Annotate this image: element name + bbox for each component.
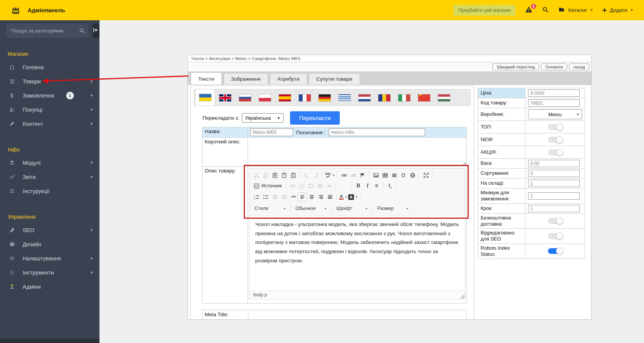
language-tab-es[interactable] — [275, 90, 295, 106]
language-tab-ua[interactable] — [195, 89, 215, 106]
property-label: Крок: — [478, 203, 525, 213]
unlink-icon — [349, 171, 358, 179]
toggle-switch[interactable] — [548, 218, 562, 224]
language-tab-de[interactable] — [315, 90, 334, 106]
sidebar-item-orders[interactable]: $Замовлення1▼ — [0, 88, 99, 102]
language-tab-fr[interactable] — [295, 90, 315, 106]
meta-title-input[interactable] — [248, 310, 467, 320]
translate-button[interactable]: Перекласти — [290, 111, 340, 125]
sidebar-item-customers[interactable]: Покупці▼ — [0, 102, 99, 117]
category-search[interactable] — [6, 24, 89, 38]
property-input[interactable] — [528, 99, 580, 107]
sidebar-item-seo[interactable]: SEO▼ — [0, 223, 99, 237]
editor-dropdown-стили[interactable]: Стили▼ — [252, 204, 289, 213]
sidebar-item-design[interactable]: Дизайн — [0, 237, 99, 251]
tab-active[interactable]: Тексти — [191, 72, 222, 85]
omega-icon[interactable]: Ω — [399, 171, 408, 179]
text-color-icon[interactable]: A▼ — [339, 193, 348, 201]
paste-icon[interactable] — [270, 171, 279, 179]
sidebar-item-instructions[interactable]: Інстурукції — [0, 184, 99, 198]
toggle-switch[interactable] — [548, 150, 562, 155]
property-input[interactable] — [528, 205, 580, 212]
action-button[interactable]: Оновити — [541, 63, 567, 70]
bg-color-icon[interactable]: A▼ — [348, 193, 358, 201]
product-link-input[interactable] — [329, 128, 425, 136]
language-tab-ru[interactable] — [235, 90, 255, 106]
tab-item[interactable]: Атрибути — [270, 73, 307, 85]
sidebar-item-tools[interactable]: Інструменти▼ — [0, 265, 99, 280]
property-input[interactable] — [528, 180, 580, 187]
language-tab-gr[interactable] — [334, 90, 354, 106]
action-button[interactable]: Швидкий перегляд — [492, 63, 539, 70]
align-center-icon[interactable] — [307, 193, 316, 201]
hr-icon[interactable] — [390, 171, 399, 179]
buy-store-button[interactable]: Придбайте цей магазин — [453, 5, 515, 16]
numbered-list-icon[interactable]: 12 — [252, 193, 261, 201]
editor-dropdown-размер[interactable]: Размер▼ — [375, 204, 411, 213]
property-input[interactable] — [528, 170, 580, 177]
sidebar-collapse-button[interactable] — [93, 23, 99, 38]
language-tab-hu[interactable] — [434, 90, 454, 106]
dropdown-label: Стили — [254, 206, 268, 211]
sidebar-item-products[interactable]: Товари▼ — [0, 74, 99, 88]
toggle-switch[interactable] — [548, 248, 562, 254]
toggle-switch[interactable] — [548, 233, 562, 239]
toggle-switch[interactable] — [548, 137, 562, 143]
globe-icon[interactable] — [408, 171, 417, 179]
search-input[interactable] — [11, 28, 79, 34]
link-icon[interactable] — [339, 171, 349, 179]
paste-text-icon[interactable]: T — [279, 171, 289, 179]
language-tab-it[interactable] — [394, 90, 414, 106]
table-icon[interactable] — [380, 171, 390, 179]
paste-word-icon[interactable]: W — [289, 171, 298, 179]
language-tab-cn[interactable]: ★ — [414, 90, 434, 106]
language-tab-pl[interactable] — [255, 90, 275, 106]
property-input[interactable] — [528, 89, 580, 97]
editor-dropdown-обычное[interactable]: Обычное▼ — [293, 204, 329, 213]
removeformat-icon[interactable]: Ix — [385, 182, 395, 190]
strike-icon[interactable]: S — [372, 182, 381, 190]
maximize-icon[interactable] — [421, 171, 430, 179]
element-path-text[interactable]: body p — [253, 292, 267, 297]
tab-item[interactable]: Супутні товари — [309, 73, 360, 85]
sidebar-item-settings[interactable]: Налаштування▼ — [0, 251, 99, 265]
warning-notification[interactable]: 1 — [525, 6, 533, 15]
sidebar-item-modules[interactable]: Модулі▼ — [0, 156, 99, 170]
language-tab-ro[interactable] — [374, 90, 394, 106]
justify-icon[interactable] — [325, 193, 334, 201]
language-tab-nl[interactable] — [354, 90, 374, 106]
editor-content[interactable]: Чохол накладка - ультратонка модель, яка… — [249, 216, 465, 291]
property-input[interactable] — [528, 160, 580, 167]
sidebar-item-reports[interactable]: Звіти▼ — [0, 170, 99, 184]
image-icon[interactable] — [371, 171, 380, 179]
bold-icon[interactable]: B — [354, 182, 363, 190]
catalog-menu[interactable]: Каталог ▼ — [558, 7, 593, 14]
add-menu[interactable]: + Додати ▼ — [602, 7, 633, 13]
spellcheck-icon[interactable]: ABC▼ — [324, 171, 335, 179]
manufacturer-select[interactable]: Meizu▼ — [528, 109, 582, 119]
sidebar-item-home[interactable]: Головна — [0, 60, 99, 74]
search-button[interactable] — [542, 7, 549, 14]
sidebar-item-content[interactable]: Контент▼ — [0, 117, 99, 131]
resize-handle-icon[interactable] — [462, 162, 466, 166]
align-right-icon[interactable] — [316, 193, 325, 201]
translate-source-select[interactable]: Українська ▼ — [242, 113, 284, 123]
toggle-switch[interactable] — [548, 124, 562, 130]
product-name-input[interactable] — [250, 128, 293, 136]
short-description-textarea[interactable] — [248, 138, 467, 167]
bullet-list-icon[interactable] — [261, 193, 270, 201]
action-button[interactable]: назад — [569, 63, 589, 70]
italic-icon[interactable]: I — [363, 182, 372, 190]
property-label: АКЦІЯ: — [478, 146, 525, 159]
toolbar-separator — [432, 172, 433, 179]
anchor-icon[interactable] — [358, 171, 367, 179]
source-icon[interactable]: Источник — [252, 182, 284, 190]
property-input[interactable] — [528, 192, 580, 200]
sidebar-item-admins[interactable]: Адміни — [0, 280, 99, 294]
tab-item[interactable]: Зображення — [223, 73, 268, 85]
blockquote-icon[interactable]: ”” — [289, 193, 298, 201]
language-tab-gb[interactable] — [215, 90, 235, 106]
align-left-icon[interactable] — [298, 193, 307, 201]
editor-dropdown-шрифт[interactable]: Шрифт▼ — [334, 204, 370, 213]
resize-handle-icon[interactable] — [461, 295, 465, 299]
